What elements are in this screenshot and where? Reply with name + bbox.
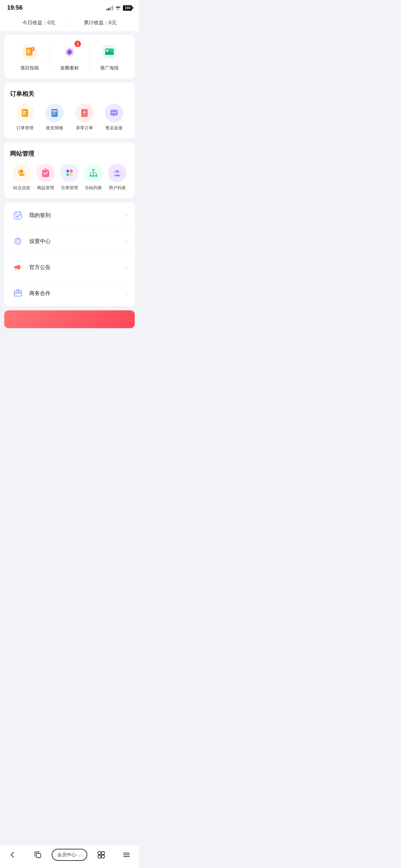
svg-point-33 — [66, 170, 69, 172]
svg-rect-15 — [23, 111, 26, 112]
svg-point-13 — [106, 50, 108, 52]
after-sale-icon — [105, 104, 123, 122]
website-grid: 站点信息 商品管理 — [10, 164, 129, 191]
checkin-label: 我的签到 — [29, 212, 126, 219]
moments-icon-bg: 2 — [60, 42, 79, 62]
business-label: 商务合作 — [29, 290, 126, 297]
svg-point-10 — [68, 51, 71, 53]
menu-item-checkin[interactable]: 我的签到 › — [4, 202, 135, 228]
quick-action-project[interactable]: 项目投稿 — [10, 42, 50, 71]
abnormal-order-icon — [75, 104, 94, 122]
grid-item-after-sale[interactable]: 售后反馈 — [99, 104, 129, 131]
svg-point-53 — [16, 240, 19, 243]
svg-rect-17 — [23, 114, 25, 115]
category-manage-icon — [60, 164, 79, 182]
red-bottom-button[interactable] — [4, 310, 135, 328]
income-detail-icon — [45, 104, 64, 122]
menu-item-business[interactable]: 商务合作 › — [4, 280, 135, 306]
order-manage-label: 订单管理 — [16, 125, 34, 131]
subsite-list-icon — [84, 164, 103, 182]
order-section-card: 订单相关 订单管理 — [4, 83, 135, 138]
svg-point-35 — [66, 173, 69, 176]
quick-action-moments[interactable]: 2 发圈素材 — [50, 42, 90, 71]
grid-item-income-detail[interactable]: 收支明细 — [40, 104, 70, 131]
grid-item-subsite-list[interactable]: 分站列表 — [81, 164, 105, 191]
announcement-chevron: › — [126, 264, 128, 270]
site-info-icon — [12, 164, 31, 182]
order-manage-icon — [16, 104, 34, 122]
business-chevron: › — [126, 290, 128, 296]
grid-item-product-manage[interactable]: 商品管理 — [34, 164, 58, 191]
today-income: 今日收益：0元 — [9, 20, 70, 26]
settings-icon — [11, 235, 24, 248]
svg-point-47 — [114, 171, 116, 173]
status-time: 19:56 — [7, 4, 22, 11]
grid-item-abnormal[interactable]: 异常订单 — [70, 104, 99, 131]
grid-item-user-list[interactable]: 用户列表 — [105, 164, 129, 191]
status-bar: 19:56 100 — [0, 0, 139, 14]
wifi-icon — [115, 5, 121, 11]
checkin-icon — [11, 209, 24, 222]
menu-list: 我的签到 › 设置中心 › — [4, 202, 135, 306]
battery-icon: 100 — [123, 5, 132, 11]
quick-actions-card: 项目投稿 — [4, 35, 135, 78]
signal-icon — [107, 5, 113, 10]
announcement-label: 官方公告 — [29, 264, 126, 271]
svg-point-46 — [116, 170, 119, 173]
svg-rect-16 — [23, 113, 26, 113]
income-bar: 今日收益：0元 累计收益：0元 — [0, 14, 139, 31]
project-icon-bg — [20, 42, 40, 62]
svg-point-48 — [119, 171, 121, 173]
website-section-card: 网站管理 站点信息 — [4, 143, 135, 198]
product-manage-label: 商品管理 — [37, 185, 54, 191]
income-detail-label: 收支明细 — [46, 125, 63, 131]
site-info-label: 站点信息 — [13, 185, 30, 191]
moments-icon — [62, 45, 77, 59]
status-icons: 100 — [107, 5, 132, 11]
website-section-title: 网站管理 — [10, 150, 129, 158]
svg-rect-37 — [92, 169, 94, 171]
quick-action-poster[interactable]: 推广海报 — [89, 42, 129, 71]
announcement-icon — [11, 261, 24, 274]
user-list-icon — [108, 164, 127, 182]
svg-rect-49 — [14, 212, 21, 219]
svg-point-34 — [70, 170, 73, 172]
svg-point-26 — [115, 112, 116, 113]
svg-rect-39 — [92, 175, 94, 177]
svg-rect-3 — [27, 51, 30, 52]
svg-rect-23 — [84, 114, 85, 115]
svg-rect-40 — [95, 175, 97, 177]
moments-label: 发圈素材 — [60, 65, 79, 71]
project-icon — [22, 45, 37, 59]
settings-label: 设置中心 — [29, 238, 126, 245]
grid-item-site-info[interactable]: 站点信息 — [10, 164, 34, 191]
svg-rect-21 — [52, 114, 55, 115]
menu-item-settings[interactable]: 设置中心 › — [4, 228, 135, 254]
quick-actions-row: 项目投稿 — [10, 42, 129, 71]
business-icon — [11, 287, 24, 300]
grid-item-order-manage[interactable]: 订单管理 — [10, 104, 40, 131]
poster-icon-bg — [99, 42, 119, 62]
order-grid: 订单管理 收支明细 — [10, 104, 129, 131]
order-section-title: 订单相关 — [10, 90, 129, 98]
svg-rect-4 — [27, 53, 29, 53]
checkin-chevron: › — [126, 212, 128, 218]
svg-rect-20 — [52, 113, 56, 113]
svg-point-36 — [70, 173, 73, 176]
total-income: 累计收益：0元 — [70, 20, 131, 26]
subsite-list-label: 分站列表 — [85, 185, 102, 191]
moments-badge: 2 — [74, 41, 81, 47]
poster-icon — [102, 45, 117, 59]
svg-rect-2 — [27, 50, 31, 51]
svg-point-24 — [112, 112, 113, 113]
after-sale-label: 售后反馈 — [106, 125, 123, 131]
abnormal-order-label: 异常订单 — [76, 125, 93, 131]
poster-label: 推广海报 — [100, 65, 119, 71]
project-label: 项目投稿 — [20, 65, 39, 71]
settings-chevron: › — [126, 238, 128, 244]
svg-point-25 — [114, 112, 115, 113]
category-manage-label: 分类管理 — [61, 185, 78, 191]
grid-item-category-manage[interactable]: 分类管理 — [58, 164, 82, 191]
menu-item-announcement[interactable]: 官方公告 › — [4, 254, 135, 280]
user-list-label: 用户列表 — [109, 185, 126, 191]
